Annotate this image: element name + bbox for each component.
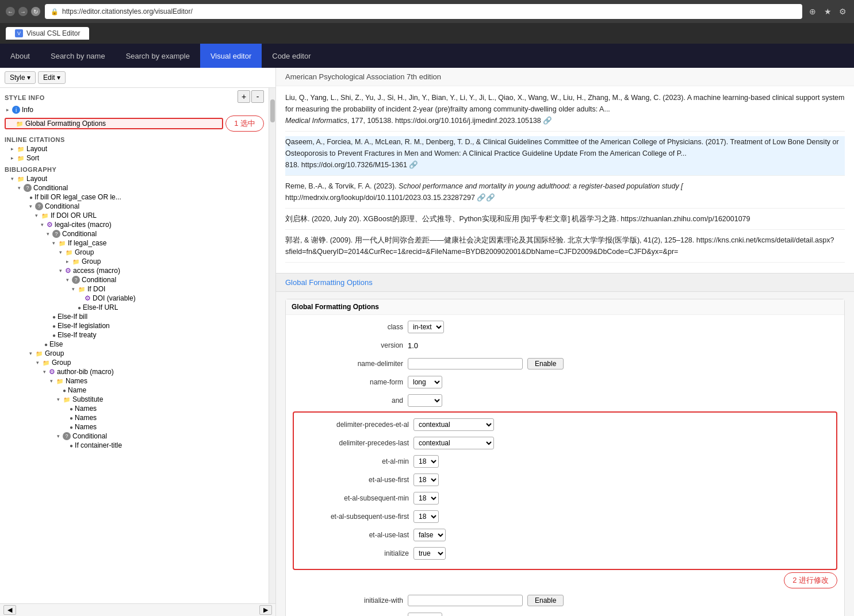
style-dropdown[interactable]: Style ▾ xyxy=(5,71,36,84)
preview-title: American Psychological Association 7th e… xyxy=(285,72,441,81)
tree-item-else-if-legislation[interactable]: ● Else-If legislation xyxy=(45,321,264,330)
tree-item-group-2[interactable]: ▸ 📁 Group xyxy=(64,257,264,266)
delim-last-select[interactable]: contextual after-inverted-name always ne… xyxy=(413,437,494,449)
refresh-button[interactable]: ↻ xyxy=(31,7,40,16)
nav-item-search-name[interactable]: Search by name xyxy=(40,44,116,68)
tree-item-cond-3[interactable]: ▾ ? Conditional xyxy=(45,229,264,238)
delim-et-al-select[interactable]: contextual after-inverted-name always ne… xyxy=(413,418,494,431)
tree-item-legal-cites[interactable]: ▾ ⚙ legal-cites (macro) xyxy=(39,220,264,229)
tree-item-global-formatting[interactable]: 📁 Global Formatting Options xyxy=(5,118,223,129)
tree-item-cond-1[interactable]: ▾ ? Conditional xyxy=(16,183,264,192)
if-doi-arrow: ▾ xyxy=(70,286,76,292)
tree-item-names-sub-2[interactable]: ● Names xyxy=(62,413,264,422)
bullet-sub1: ● xyxy=(70,406,73,412)
tree-item-if-doi-url[interactable]: ▾ 📁 If DOI OR URL xyxy=(33,211,264,220)
tree-item-access[interactable]: ▾ ⚙ access (macro) xyxy=(58,266,264,275)
nav-item-visual-editor[interactable]: Visual editor xyxy=(200,44,262,68)
ref4-text: 刘启林. (2020, July 20). XGBoost的原理、公式推导、Py… xyxy=(285,215,750,223)
tree-item-names-sub-3[interactable]: ● Names xyxy=(62,422,264,432)
tree-item-cond-bottom[interactable]: ▾ ? Conditional xyxy=(55,432,264,441)
style-info-label: STYLE INFO xyxy=(5,94,45,101)
tree-item-ic-sort[interactable]: ▸ 📁 Sort xyxy=(9,153,264,163)
tree-item-if-doi[interactable]: ▾ 📁 If DOI xyxy=(70,284,264,294)
tree-item-info[interactable]: ▸ i Info xyxy=(5,105,264,114)
initialize-with-label: initialize-with xyxy=(293,596,408,605)
tree-item-names-1[interactable]: ▾ 📁 Names xyxy=(48,376,264,386)
remove-button[interactable]: - xyxy=(251,90,264,103)
form-row-name-sort: name-as-sort-order xyxy=(293,611,837,616)
tab-title: Visual CSL Editor xyxy=(26,29,80,37)
tree-item-else-if-bill[interactable]: ● Else-If bill xyxy=(45,312,264,321)
name-form-select[interactable]: long short count xyxy=(408,376,442,388)
group-inner-icon: 📁 xyxy=(42,359,50,367)
et-al-sub-min-select[interactable]: 18 xyxy=(413,492,439,505)
else-label: Else xyxy=(49,340,63,348)
nav-item-code-editor[interactable]: Code editor xyxy=(262,44,321,68)
if-doi-url-arrow: ▾ xyxy=(33,213,39,218)
scrollbar-thumb[interactable] xyxy=(270,99,275,122)
tree-item-cond-inner[interactable]: ▾ ? Conditional xyxy=(64,275,264,284)
nav-item-search-example[interactable]: Search by example xyxy=(116,44,200,68)
name-delimiter-input[interactable] xyxy=(408,358,523,369)
back-button[interactable]: ← xyxy=(6,7,15,16)
add-button[interactable]: + xyxy=(238,90,250,103)
extension-icon-2[interactable]: ★ xyxy=(822,6,833,17)
tree-item-if-bill[interactable]: ● If bill OR legal_case OR le... xyxy=(22,192,264,202)
et-al-sub-use-first-control: 18 xyxy=(413,510,439,523)
scroll-left-btn[interactable]: ◀ xyxy=(3,605,16,615)
initialize-with-enable-btn[interactable]: Enable xyxy=(527,595,564,606)
initialize-select[interactable]: true false xyxy=(413,547,446,560)
class-select[interactable]: in-text note xyxy=(408,321,444,333)
macro-icon-doi: ⚙ xyxy=(85,294,91,302)
tree-item-name[interactable]: ● Name xyxy=(55,386,264,395)
tree-item-substitute[interactable]: ▾ 📁 Substitute xyxy=(55,395,264,404)
tree-item-bib-layout[interactable]: ▾ 📁 Layout xyxy=(9,174,264,183)
tree-item-group-1[interactable]: ▾ 📁 Group xyxy=(58,248,264,257)
tree-item-cond-2[interactable]: ▾ ? Conditional xyxy=(28,202,264,211)
et-al-use-first-select[interactable]: 18 xyxy=(413,473,439,486)
tree-item-author-bib[interactable]: ▾ ⚙ author-bib (macro) xyxy=(41,367,264,376)
nav-item-about[interactable]: About xyxy=(0,44,40,68)
name-delimiter-enable-btn[interactable]: Enable xyxy=(527,358,564,369)
folder-icon-gfo: 📁 xyxy=(16,120,24,128)
tree-item-if-legal-case[interactable]: ▾ 📁 If legal_case xyxy=(51,238,264,248)
name-sort-select[interactable] xyxy=(408,613,442,616)
form-row-initialize-with: initialize-with Enable xyxy=(293,593,837,608)
preview-ref-1: Liu, Q., Yang, L., Shi, Z., Yu, J., Si, … xyxy=(285,92,845,132)
tree-item-group-outer[interactable]: ▾ 📁 Group xyxy=(28,349,264,358)
form-row-delim-et-al: delimiter-precedes-et-al contextual afte… xyxy=(298,417,832,432)
ref2-link-icon: 🔗 xyxy=(409,161,418,169)
tree-item-if-container[interactable]: ● If container-title xyxy=(62,441,264,450)
name-form-control: long short count xyxy=(408,376,442,388)
and-select[interactable] xyxy=(408,394,442,407)
browser-tab[interactable]: V Visual CSL Editor xyxy=(6,27,89,40)
tree-item-else-if-url[interactable]: ● Else-If URL xyxy=(70,303,264,312)
scroll-right-btn[interactable]: ▶ xyxy=(259,605,272,615)
extension-icon-3[interactable]: ⚙ xyxy=(837,6,848,17)
tree-item-ic-layout[interactable]: ▸ 📁 Layout xyxy=(9,144,264,153)
tree-item-doi-variable[interactable]: ⚙ DOI (variable) xyxy=(77,294,264,303)
tab-bar: V Visual CSL Editor xyxy=(0,23,854,44)
preview-area: American Psychological Association 7th e… xyxy=(276,68,854,274)
address-bar[interactable]: 🔒 https://editor.citationstyles.org/visu… xyxy=(45,4,802,19)
edit-dropdown[interactable]: Edit ▾ xyxy=(38,71,66,84)
name-delimiter-control xyxy=(408,358,523,369)
tree-item-else-if-treaty[interactable]: ● Else-If treaty xyxy=(45,330,264,340)
initialize-with-input[interactable] xyxy=(408,595,523,606)
tree-item-else[interactable]: ● Else xyxy=(37,340,264,349)
sidebar-scrollbar[interactable] xyxy=(269,88,275,603)
forward-button[interactable]: → xyxy=(18,7,28,16)
et-al-min-select[interactable]: 18 xyxy=(413,455,439,468)
if-container-label: If container-title xyxy=(75,441,122,449)
legal-cites-arrow: ▾ xyxy=(39,222,45,228)
tree-label-gfo: Global Formatting Options xyxy=(25,120,106,128)
sidebar-tree: STYLE INFO + - ▸ i Info 📁 xyxy=(0,88,269,603)
browser-icons: ⊕ ★ ⚙ xyxy=(807,6,848,17)
et-al-use-last-select[interactable]: false true xyxy=(413,529,446,541)
ref1-italic: Medical Informatics xyxy=(285,117,347,125)
et-al-sub-use-first-select[interactable]: 18 xyxy=(413,510,439,523)
extension-icon-1[interactable]: ⊕ xyxy=(807,6,818,17)
tree-item-group-inner[interactable]: ▾ 📁 Group xyxy=(35,358,264,367)
tree-item-names-sub-1[interactable]: ● Names xyxy=(62,404,264,413)
group-outer-arrow: ▾ xyxy=(28,351,33,356)
